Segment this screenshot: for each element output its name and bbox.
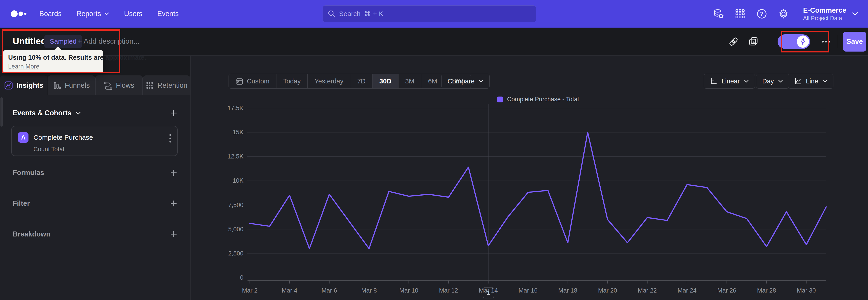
chevron-down-icon: [822, 80, 827, 83]
range-label: Custom: [247, 78, 270, 85]
svg-text:Mar 4: Mar 4: [282, 287, 297, 294]
plus-icon: [169, 169, 178, 177]
svg-text:Mar 26: Mar 26: [717, 287, 736, 294]
nav-item-users[interactable]: Users: [124, 10, 143, 18]
line-chart[interactable]: 02,5005,0007,50010K12.5K15K17.5KMar 2Mar…: [191, 101, 868, 300]
apps-grid-icon[interactable]: [735, 8, 745, 19]
tab-insights[interactable]: Insights: [0, 76, 48, 95]
nav-item-events[interactable]: Events: [157, 10, 179, 18]
data-management-icon[interactable]: [713, 8, 723, 19]
report-type-tabs: Insights Funnels Flows Retention: [0, 76, 190, 95]
svg-text:Mar 16: Mar 16: [519, 287, 537, 294]
scale-dropdown[interactable]: Linear: [704, 74, 755, 89]
chevron-down-icon: [478, 80, 484, 83]
range-7d[interactable]: 7D: [350, 74, 372, 88]
svg-text:Mar 10: Mar 10: [399, 287, 418, 294]
app-root: Boards Reports Users Events ?: [0, 0, 868, 300]
retention-icon: [146, 81, 154, 90]
plus-icon: [169, 230, 178, 238]
lightning-icon: [800, 38, 806, 45]
tab-label: Insights: [17, 81, 43, 90]
line-chart-icon: [794, 77, 802, 85]
svg-text:Mar 8: Mar 8: [361, 287, 377, 294]
add-breakdown-button[interactable]: [169, 230, 178, 238]
search-bar[interactable]: [322, 5, 536, 22]
tab-label: Retention: [157, 81, 187, 90]
event-series-badge: A: [18, 132, 29, 143]
compare-dropdown[interactable]: Compare: [441, 74, 490, 89]
event-card[interactable]: A Complete Purchase Count Total: [11, 126, 178, 156]
scrollbar-thumb[interactable]: [0, 97, 3, 127]
svg-text:Mar 18: Mar 18: [558, 287, 577, 294]
svg-text:15K: 15K: [232, 129, 243, 136]
nav-menu: Boards Reports Users Events: [39, 10, 179, 18]
nav-item-label: Boards: [39, 10, 61, 18]
top-nav: Boards Reports Users Events ?: [0, 0, 868, 28]
svg-text:2,500: 2,500: [228, 250, 243, 257]
range-3m[interactable]: 3M: [398, 74, 421, 88]
range-label: Yesterday: [314, 78, 343, 85]
button-label: Line: [806, 78, 818, 85]
report-title[interactable]: Untitled: [13, 36, 46, 46]
divider: [838, 35, 838, 48]
help-icon[interactable]: ?: [756, 8, 767, 19]
event-metric[interactable]: Count Total: [33, 146, 64, 153]
section-label: Formulas: [13, 169, 44, 177]
svg-text:Mar 12: Mar 12: [439, 287, 458, 294]
funnels-icon: [53, 81, 61, 90]
svg-text:7,500: 7,500: [228, 202, 243, 208]
calendar-icon: [236, 77, 243, 85]
more-options-icon[interactable]: [819, 35, 832, 48]
project-selector[interactable]: E-Commerce All Project Data: [803, 6, 858, 22]
nav-right-cluster: ? E-Commerce All Project Data: [713, 0, 858, 28]
report-actions: Save: [727, 28, 868, 56]
nav-item-label: Users: [124, 10, 143, 18]
chevron-down-icon: [104, 12, 109, 16]
range-30d[interactable]: 30D: [372, 74, 398, 88]
range-today[interactable]: Today: [276, 74, 307, 88]
event-options-icon[interactable]: [169, 133, 171, 143]
plus-icon: [169, 200, 178, 208]
add-description[interactable]: + Add description...: [78, 37, 140, 46]
tooltip-learn-more-link[interactable]: Learn More: [8, 63, 39, 70]
nav-item-reports[interactable]: Reports: [76, 10, 109, 18]
add-formula-button[interactable]: [169, 169, 178, 177]
settings-gear-icon[interactable]: [778, 8, 789, 19]
tab-label: Flows: [116, 81, 134, 90]
range-custom[interactable]: Custom: [229, 74, 276, 88]
svg-text:Mar 20: Mar 20: [598, 287, 617, 294]
formulas-section: Formulas: [13, 169, 178, 177]
event-name[interactable]: Complete Purchase: [33, 133, 93, 141]
breakdown-section: Breakdown: [13, 230, 178, 238]
events-section-title[interactable]: Events & Cohorts: [13, 109, 81, 117]
save-button[interactable]: Save: [843, 32, 866, 52]
project-scope: All Project Data: [803, 15, 846, 22]
add-filter-button[interactable]: [169, 200, 178, 208]
tab-retention[interactable]: Retention: [143, 76, 190, 95]
tooltip-text: Using 10% of data. Results are approxima…: [8, 54, 98, 61]
range-label: 30D: [379, 78, 391, 85]
search-input[interactable]: [339, 10, 531, 18]
toggle-knob: [797, 35, 809, 48]
sampled-badge[interactable]: Sampled: [44, 35, 82, 48]
svg-text:5,000: 5,000: [228, 226, 243, 233]
mixpanel-logo-icon[interactable]: [10, 9, 29, 19]
copy-link-icon[interactable]: [727, 35, 740, 48]
chart-type-dropdown[interactable]: Line: [788, 74, 833, 89]
add-to-board-icon[interactable]: [747, 35, 760, 48]
range-6m[interactable]: 6M: [421, 74, 444, 88]
svg-text:Mar 30: Mar 30: [797, 287, 816, 294]
range-yesterday[interactable]: Yesterday: [307, 74, 350, 88]
pagination-page[interactable]: 1: [483, 287, 494, 298]
svg-text:0: 0: [240, 274, 243, 281]
tab-funnels[interactable]: Funnels: [48, 76, 95, 95]
range-label: Today: [283, 78, 301, 85]
nav-item-boards[interactable]: Boards: [39, 10, 61, 18]
sampling-toggle[interactable]: [778, 34, 810, 49]
interval-dropdown[interactable]: Day: [756, 74, 789, 89]
nav-item-label: Reports: [76, 10, 101, 18]
tab-flows[interactable]: Flows: [95, 76, 143, 95]
add-event-button[interactable]: [169, 109, 178, 117]
chevron-down-icon: [744, 80, 749, 83]
section-label: Filter: [13, 200, 30, 208]
